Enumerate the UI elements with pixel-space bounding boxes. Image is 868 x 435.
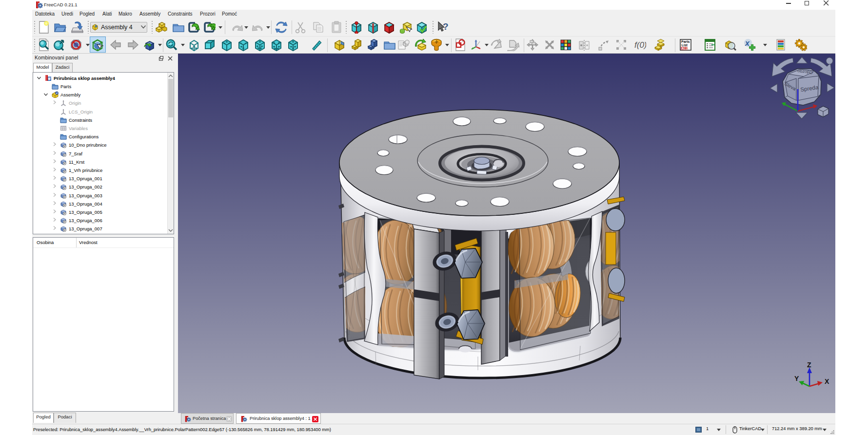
svg-text:ALL: ALL [682, 47, 688, 50]
svg-text:f(0): f(0) [634, 40, 646, 50]
svg-text:Z: Z [807, 361, 811, 369]
svg-text:List: List [682, 43, 688, 47]
svg-text:Parts: Parts [681, 40, 690, 43]
svg-text:x: x [745, 39, 750, 47]
svg-text:X: X [825, 378, 829, 385]
svg-text:Y: Y [794, 375, 799, 382]
svg-text:?: ? [443, 21, 449, 32]
